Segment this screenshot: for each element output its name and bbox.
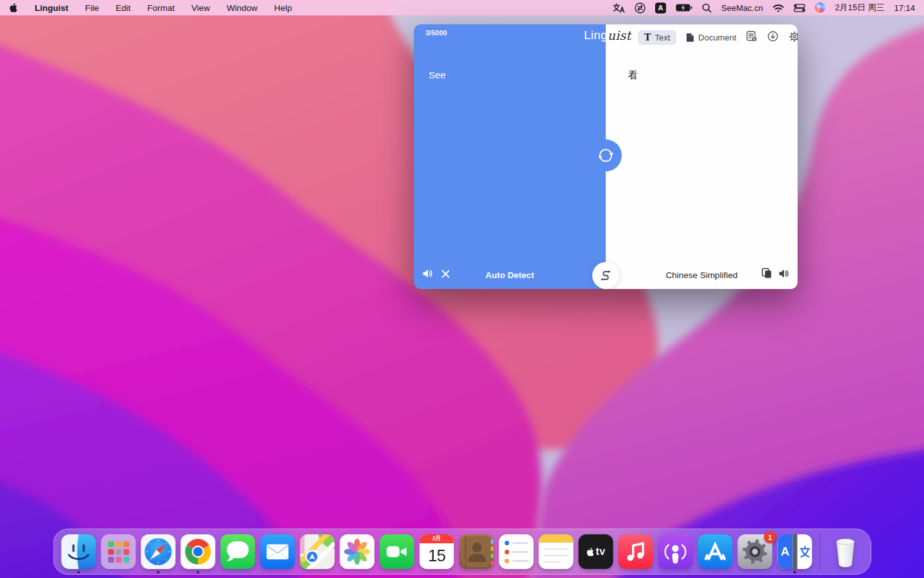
running-indicator (794, 571, 796, 574)
wifi-icon (773, 4, 784, 12)
facetime-icon (380, 534, 415, 569)
gear-icon (789, 31, 798, 42)
settings-button[interactable] (789, 31, 798, 45)
download-button[interactable] (767, 31, 778, 44)
menu-bar: Linguist File Edit Format View Window He… (0, 0, 924, 15)
dock-music[interactable] (619, 532, 653, 572)
menu-app-name[interactable]: Linguist (35, 3, 69, 13)
appstore-icon (698, 534, 733, 569)
translate-menu-extra[interactable] (613, 3, 625, 13)
menu-view[interactable]: View (191, 3, 210, 13)
notes-icon (539, 534, 574, 569)
linguist-app-icon: A (778, 534, 812, 569)
history-button[interactable] (746, 31, 757, 44)
network-name[interactable]: SeeMac.cn (721, 3, 763, 13)
maps-icon (300, 534, 335, 569)
tab-text[interactable]: T Text (638, 30, 676, 45)
photos-icon (340, 534, 375, 569)
mail-icon (261, 534, 295, 569)
source-text-area[interactable] (414, 24, 606, 289)
battery-charging-icon (676, 4, 692, 12)
sync-menu-extra[interactable] (635, 3, 646, 13)
podcasts-icon (658, 534, 693, 569)
copy-icon (762, 268, 772, 279)
source-text[interactable]: See (429, 69, 446, 80)
document-tab-label: Document (698, 33, 736, 42)
trash-icon (828, 534, 863, 569)
dock-system-preferences[interactable]: 1 (738, 532, 773, 572)
tab-document[interactable]: Document (686, 33, 736, 42)
calendar-icon: 2月 15 (420, 534, 454, 569)
menubar-time[interactable]: 17:14 (894, 3, 915, 13)
text-tab-icon: T (644, 32, 651, 42)
dock-reminders[interactable] (499, 532, 534, 572)
dock-chrome[interactable] (181, 532, 216, 572)
linguist-window: 3/5000 See 看 Linguist T Text Document (414, 24, 798, 289)
dock-finder[interactable] (62, 532, 96, 572)
messages-icon (221, 534, 255, 569)
translation-result-area (606, 24, 798, 289)
menu-help[interactable]: Help (274, 3, 292, 13)
dock-maps[interactable] (300, 532, 335, 572)
finder-icon (62, 534, 96, 569)
dock-mail[interactable] (261, 532, 295, 572)
calendar-month: 2月 (420, 534, 454, 543)
notification-badge: 1 (764, 531, 776, 543)
appletv-label: tv (595, 546, 605, 557)
appletv-icon: tv (579, 534, 613, 569)
dock-trash[interactable] (828, 532, 863, 572)
dock-launchpad[interactable] (101, 532, 136, 572)
calendar-day: 15 (420, 543, 454, 569)
dock-calendar[interactable]: 2月 15 (420, 532, 454, 572)
contacts-icon (459, 534, 494, 569)
menu-edit[interactable]: Edit (116, 3, 130, 13)
target-speak-button[interactable] (778, 268, 790, 281)
linguist-logo: Linguist (584, 28, 631, 42)
spotlight-button[interactable] (702, 3, 712, 13)
window-header: T Text Document (638, 30, 791, 45)
char-counter: 3/5000 (425, 29, 447, 37)
download-icon (767, 31, 778, 42)
dock-safari[interactable] (141, 532, 176, 572)
dock-photos[interactable] (340, 532, 375, 572)
search-icon (702, 3, 712, 13)
menubar-date[interactable]: 2月15日 周三 (835, 2, 884, 13)
running-indicator (197, 571, 200, 574)
running-indicator (157, 571, 160, 574)
dictionary-icon (746, 31, 757, 42)
translated-text: 看 (628, 69, 638, 82)
copy-translation-button[interactable] (762, 268, 772, 281)
music-icon (619, 534, 653, 569)
apple-menu[interactable] (9, 3, 18, 13)
apple-logo-icon (9, 3, 18, 13)
dock-divider (820, 534, 821, 570)
control-center-button[interactable] (794, 4, 805, 12)
speaker-icon (778, 268, 790, 279)
battery-status[interactable] (676, 4, 692, 12)
launchpad-icon (101, 534, 136, 569)
safari-icon (141, 534, 176, 569)
input-source-indicator[interactable]: A (655, 3, 666, 13)
running-indicator (78, 571, 80, 574)
dock-podcasts[interactable] (658, 532, 693, 572)
desktop: Linguist File Edit Format View Window He… (0, 0, 924, 578)
translate-icon (613, 3, 625, 13)
siri-icon[interactable] (815, 3, 825, 13)
menu-window[interactable]: Window (227, 3, 257, 13)
dock-messages[interactable] (221, 532, 255, 572)
system-preferences-icon: 1 (738, 534, 773, 569)
dock-facetime[interactable] (380, 532, 415, 572)
dock-linguist[interactable]: A (778, 532, 812, 572)
dock-contacts[interactable] (459, 532, 494, 572)
chrome-icon (181, 534, 216, 569)
wifi-status[interactable] (773, 4, 784, 12)
swap-circle-icon (635, 3, 646, 13)
translate-refresh-button[interactable] (590, 139, 622, 171)
dock-appstore[interactable] (698, 532, 733, 572)
menu-file[interactable]: File (85, 3, 99, 13)
dock-appletv[interactable]: tv (579, 532, 613, 572)
menu-format[interactable]: Format (148, 3, 175, 13)
reminders-icon (499, 534, 534, 569)
dock-notes[interactable] (539, 532, 574, 572)
source-language-selector[interactable]: Auto Detect (414, 270, 606, 280)
